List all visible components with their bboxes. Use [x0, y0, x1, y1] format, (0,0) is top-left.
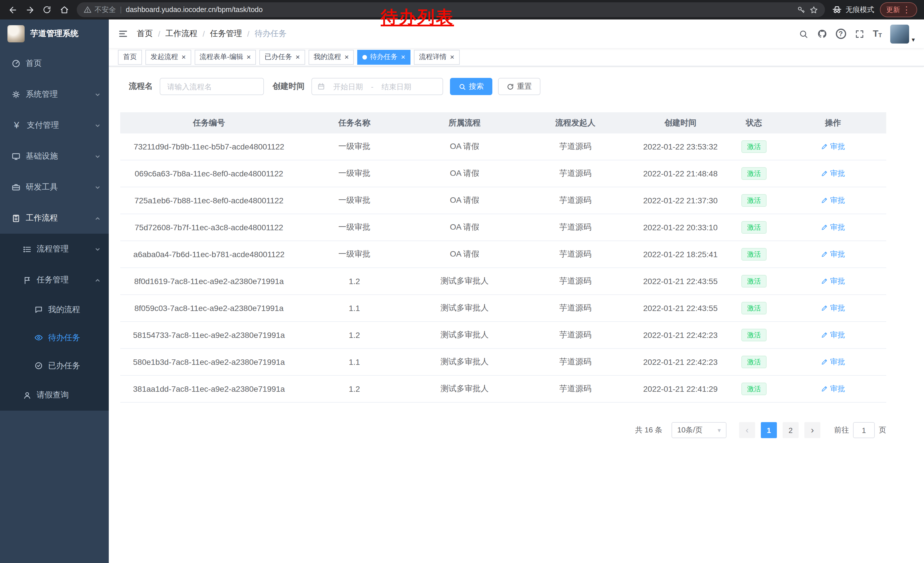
close-icon[interactable]: × — [182, 53, 186, 61]
edit-pencil-icon — [821, 224, 828, 231]
cell-initiator: 芋道源码 — [518, 195, 633, 206]
cell-status: 激活 — [728, 194, 780, 207]
close-icon[interactable]: × — [296, 53, 300, 61]
status-badge: 激活 — [741, 383, 766, 395]
tab-label: 流程表单-编辑 — [200, 52, 243, 62]
sidebar-item-task-management[interactable]: 任务管理 — [0, 264, 109, 296]
sidebar-item-done-tasks[interactable]: 已办任务 — [0, 352, 109, 380]
cell-process: OA 请假 — [411, 222, 518, 233]
prev-page-button[interactable]: ‹ — [739, 422, 755, 438]
breadcrumb-separator: / — [158, 29, 160, 38]
close-icon[interactable]: × — [401, 53, 405, 61]
fullscreen-button[interactable] — [855, 29, 864, 39]
font-size-button[interactable]: T T — [873, 29, 882, 38]
tab-done-tasks[interactable]: 已办任务 × — [260, 50, 305, 65]
breadcrumb-item[interactable]: 任务管理 — [210, 29, 242, 39]
sidebar-item-infrastructure[interactable]: 基础设施 — [0, 141, 109, 172]
search-button[interactable]: 搜索 — [450, 78, 492, 95]
date-range-picker[interactable]: - — [311, 78, 443, 95]
app-logo[interactable]: 芋道管理系统 — [0, 20, 109, 48]
cell-initiator: 芋道源码 — [518, 384, 633, 394]
github-link-button[interactable] — [817, 29, 827, 39]
process-name-input[interactable] — [160, 78, 264, 95]
end-date-input[interactable] — [376, 82, 417, 91]
sidebar-item-label: 我的流程 — [48, 305, 101, 315]
sidebar-item-label: 工作流程 — [26, 213, 89, 224]
star-icon — [810, 6, 818, 14]
page-button-1[interactable]: 1 — [761, 422, 777, 438]
cell-task-id: 381aa1dd-7ac8-11ec-a9e2-a2380e71991a — [120, 384, 298, 393]
cell-action: 审批 — [780, 195, 886, 206]
range-separator: - — [371, 82, 374, 91]
tab-start-process[interactable]: 发起流程 × — [146, 50, 191, 65]
password-key-button[interactable] — [797, 6, 806, 14]
close-icon[interactable]: × — [450, 53, 454, 61]
user-avatar-menu[interactable]: ▾ — [891, 24, 915, 43]
sidebar-item-leave-query[interactable]: 请假查询 — [0, 380, 109, 411]
page-size-select[interactable]: 10条/页 ▾ — [672, 422, 726, 438]
browser-back-button[interactable] — [4, 2, 21, 18]
cell-created-time: 2022-01-21 22:41:29 — [633, 384, 728, 393]
approve-link[interactable]: 审批 — [821, 303, 845, 313]
header-search-button[interactable] — [798, 29, 808, 39]
approve-link[interactable]: 审批 — [821, 384, 845, 394]
sidebar-collapse-button[interactable] — [118, 29, 128, 39]
close-icon[interactable]: × — [246, 53, 251, 61]
tab-home[interactable]: 首页 — [118, 50, 142, 65]
help-button[interactable]: ? — [836, 29, 846, 39]
tab-process-detail[interactable]: 流程详情 × — [414, 50, 459, 65]
breadcrumb-separator: / — [248, 29, 250, 38]
sidebar-item-my-process[interactable]: 我的流程 — [0, 296, 109, 324]
tab-todo-tasks[interactable]: 待办任务 × — [357, 50, 411, 65]
security-indicator[interactable]: 不安全 — [84, 5, 116, 15]
sidebar-item-todo-tasks[interactable]: 待办任务 — [0, 324, 109, 352]
browser-reload-button[interactable] — [39, 2, 55, 18]
cell-created-time: 2022-01-21 22:42:23 — [633, 357, 728, 366]
approve-link[interactable]: 审批 — [821, 276, 845, 286]
goto-page-input[interactable] — [853, 422, 875, 438]
sidebar-item-devtools[interactable]: 研发工具 — [0, 172, 109, 203]
approve-link[interactable]: 审批 — [821, 357, 845, 367]
approve-link[interactable]: 审批 — [821, 222, 845, 233]
sidebar-item-system[interactable]: 系统管理 — [0, 79, 109, 110]
start-date-input[interactable] — [327, 82, 369, 91]
status-badge: 激活 — [741, 167, 766, 180]
column-header: 任务编号 — [120, 118, 298, 128]
sidebar-item-payment[interactable]: ¥ 支付管理 — [0, 110, 109, 141]
cell-task-id: 580e1b3d-7ac8-11ec-a9e2-a2380e71991a — [120, 357, 298, 366]
sidebar-item-home[interactable]: 首页 — [0, 48, 109, 79]
close-icon[interactable]: × — [345, 53, 349, 61]
approve-link[interactable]: 审批 — [821, 168, 845, 179]
breadcrumb-item[interactable]: 首页 — [137, 29, 153, 39]
approve-link-label: 审批 — [830, 384, 845, 394]
approve-link[interactable]: 审批 — [821, 249, 845, 260]
reset-button[interactable]: 重置 — [498, 78, 540, 95]
cell-process: 测试多审批人 — [411, 384, 518, 394]
home-icon — [59, 5, 69, 15]
cell-task-id: 725a1eb6-7b88-11ec-8ef0-acde48001122 — [120, 196, 298, 205]
approve-link[interactable]: 审批 — [821, 141, 845, 152]
status-badge: 激活 — [741, 194, 766, 207]
cell-status: 激活 — [728, 356, 780, 368]
active-dot — [363, 55, 367, 59]
page-button-2[interactable]: 2 — [783, 422, 799, 438]
eye-icon — [34, 333, 43, 342]
browser-home-button[interactable] — [56, 2, 72, 18]
sidebar-item-process-management[interactable]: 流程管理 — [0, 234, 109, 264]
next-page-button[interactable]: › — [804, 422, 820, 438]
browser-forward-button[interactable] — [22, 2, 38, 18]
tab-process-form-edit[interactable]: 流程表单-编辑 × — [194, 50, 256, 65]
bookmark-star-button[interactable] — [810, 6, 818, 14]
chevron-up-icon — [94, 215, 101, 221]
key-icon — [797, 6, 806, 14]
cell-task-name: 一级审批 — [298, 168, 411, 179]
browser-update-button[interactable]: 更新 ⋮ — [880, 2, 917, 17]
tab-my-process[interactable]: 我的流程 × — [309, 50, 354, 65]
approve-link[interactable]: 审批 — [821, 330, 845, 340]
cell-action: 审批 — [780, 249, 886, 260]
cell-action: 审批 — [780, 222, 886, 233]
approve-link[interactable]: 审批 — [821, 195, 845, 206]
annotation-overlay: 待办列表 — [381, 6, 454, 29]
sidebar-item-workflow[interactable]: 工作流程 — [0, 203, 109, 234]
breadcrumb-item[interactable]: 工作流程 — [165, 29, 198, 39]
